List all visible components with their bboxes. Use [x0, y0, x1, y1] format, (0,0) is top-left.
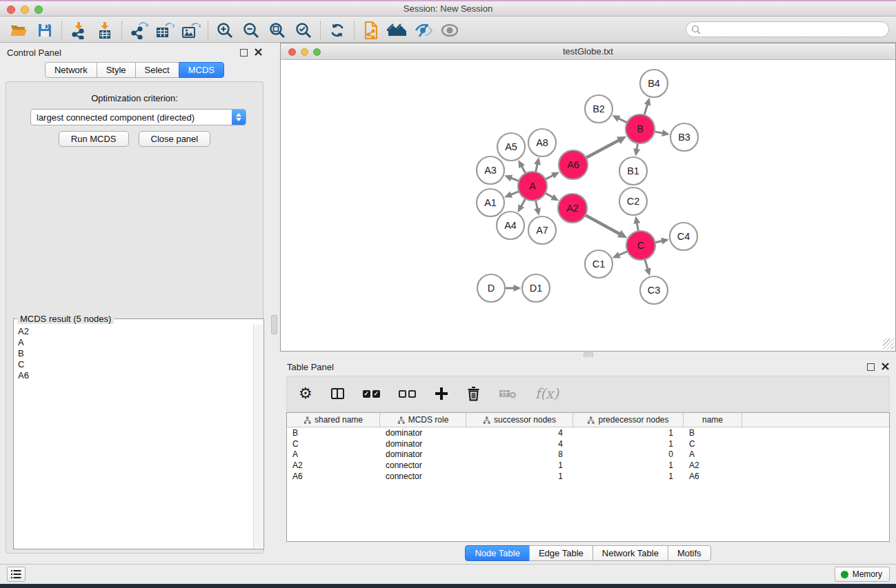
graph-node-C[interactable]: C	[626, 231, 655, 260]
table-cell[interactable]: A2	[684, 460, 742, 470]
zoom-fit-content-icon[interactable]	[264, 19, 290, 41]
zoom-in-icon[interactable]	[212, 19, 238, 41]
close-window-button[interactable]	[7, 6, 15, 14]
tab-network-table[interactable]: Network Table	[593, 545, 668, 561]
column-header-name[interactable]: name	[684, 413, 742, 427]
graph-node-B[interactable]: B	[626, 114, 655, 143]
show-graphics-details-icon[interactable]	[437, 19, 463, 41]
save-session-icon[interactable]	[32, 19, 58, 41]
result-list-item[interactable]: C	[18, 359, 253, 370]
tab-select[interactable]: Select	[135, 62, 179, 78]
table-cell[interactable]: 0	[573, 449, 684, 459]
table-cell[interactable]: A6	[684, 472, 742, 481]
table-cell[interactable]: connector	[380, 460, 466, 470]
graph-edge[interactable]	[618, 251, 628, 255]
result-list-item[interactable]: A	[18, 337, 253, 348]
graph-node-A8[interactable]: A8	[528, 129, 556, 156]
graph-node-C3[interactable]: C3	[640, 276, 668, 304]
splitter-handle[interactable]	[271, 315, 277, 334]
hide-selected-edges-icon[interactable]	[410, 19, 437, 41]
result-list-item[interactable]: B	[18, 348, 253, 359]
table-cell[interactable]: B	[287, 428, 380, 438]
zoom-selected-region-icon[interactable]	[290, 19, 317, 41]
table-row[interactable]: Cdominator41C	[287, 438, 889, 449]
tab-edge-table[interactable]: Edge Table	[529, 545, 593, 561]
task-history-button[interactable]	[7, 567, 26, 582]
graph-node-B4[interactable]: B4	[640, 70, 668, 97]
float-table-panel-icon[interactable]	[867, 363, 875, 371]
table-cell[interactable]: 1	[573, 460, 684, 470]
graph-edge[interactable]	[521, 165, 526, 174]
tab-network[interactable]: Network	[45, 62, 97, 78]
maximize-window-button[interactable]	[34, 6, 43, 14]
mcds-result-list[interactable]: A2ABCA6	[14, 325, 253, 548]
graph-node-C2[interactable]: C2	[619, 187, 647, 215]
table-cell[interactable]: 8	[466, 449, 573, 459]
panel-splitter-vertical[interactable]	[269, 43, 280, 564]
graph-node-A1[interactable]: A1	[477, 189, 504, 216]
graph-edge[interactable]	[655, 132, 664, 134]
table-row[interactable]: A2connector11A2	[287, 460, 889, 471]
graph-edge[interactable]	[645, 259, 648, 270]
table-row[interactable]: Bdominator41B	[287, 427, 889, 438]
graph-edge[interactable]	[586, 140, 620, 158]
delete-table-icon[interactable]	[499, 388, 517, 399]
graph-node-A3[interactable]: A3	[477, 156, 504, 184]
minimize-window-button[interactable]	[21, 6, 29, 14]
unselect-all-columns-icon[interactable]	[399, 390, 416, 398]
network-graph[interactable]: B4B2BB3A5A8A6A3B1AA1C2A2A4A7C4CC1DD1C3	[281, 60, 895, 351]
export-network-icon[interactable]	[126, 19, 152, 41]
function-builder-icon[interactable]: f(x)	[535, 385, 559, 402]
graph-edge[interactable]	[510, 178, 519, 181]
graph-edge[interactable]	[644, 103, 648, 115]
table-cell[interactable]: A	[287, 449, 380, 459]
add-column-icon[interactable]	[435, 387, 448, 401]
export-image-icon[interactable]	[178, 19, 204, 41]
graph-edge[interactable]	[545, 193, 553, 198]
table-cell[interactable]: A2	[287, 460, 380, 470]
table-cell[interactable]: dominator	[380, 428, 466, 438]
refresh-view-icon[interactable]	[324, 19, 350, 41]
table-cell[interactable]: 1	[466, 460, 573, 470]
search-box[interactable]	[686, 21, 889, 37]
delete-column-icon[interactable]	[467, 387, 480, 401]
table-row[interactable]: A6connector11A6	[287, 471, 889, 482]
table-cell[interactable]: 4	[466, 428, 573, 438]
table-cell[interactable]: dominator	[380, 439, 466, 449]
tab-node-table[interactable]: Node Table	[465, 545, 530, 561]
table-cell[interactable]: connector	[380, 472, 466, 481]
close-panel-button[interactable]: Close panel	[139, 131, 211, 147]
graph-node-B3[interactable]: B3	[670, 123, 698, 151]
graph-node-A2[interactable]: A2	[558, 194, 587, 223]
graph-node-A4[interactable]: A4	[497, 212, 524, 239]
column-header-successor-nodes[interactable]: successor nodes	[466, 413, 573, 427]
graph-node-B2[interactable]: B2	[585, 95, 613, 123]
table-cell[interactable]: 4	[466, 439, 573, 449]
table-cell[interactable]: 1	[573, 472, 684, 481]
graph-edge[interactable]	[617, 118, 627, 123]
export-table-icon[interactable]	[152, 19, 178, 41]
table-cell[interactable]: C	[684, 439, 742, 449]
maximize-network-window-button[interactable]	[313, 48, 321, 56]
new-network-from-selection-icon[interactable]	[358, 19, 384, 41]
graph-node-D[interactable]: D	[477, 274, 505, 302]
graph-edge[interactable]	[521, 199, 526, 207]
show-column-icon[interactable]	[331, 388, 344, 399]
table-cell[interactable]: 1	[573, 428, 684, 438]
graph-edge[interactable]	[535, 201, 537, 210]
resize-grip-icon[interactable]	[883, 338, 894, 349]
table-cell[interactable]: 1	[466, 472, 573, 481]
show-all-networks-icon[interactable]	[384, 19, 410, 41]
import-network-from-file-icon[interactable]	[66, 19, 92, 41]
graph-node-B1[interactable]: B1	[619, 157, 647, 185]
graph-node-A7[interactable]: A7	[528, 216, 556, 244]
table-cell[interactable]: A	[684, 449, 742, 459]
graph-edge[interactable]	[546, 175, 555, 180]
tab-mcds[interactable]: MCDS	[179, 62, 224, 78]
close-network-window-button[interactable]	[288, 48, 296, 56]
result-list-item[interactable]: A2	[18, 326, 253, 337]
table-cell[interactable]: B	[684, 428, 742, 438]
search-input[interactable]	[701, 23, 888, 36]
table-cell[interactable]: C	[287, 439, 380, 449]
result-scrollbar[interactable]	[253, 325, 263, 548]
